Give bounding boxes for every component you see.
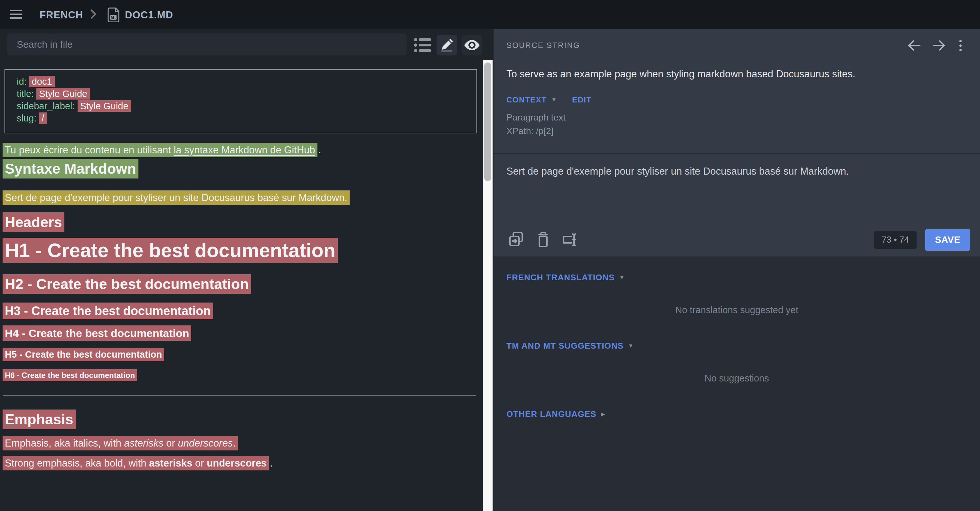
- select-text-button[interactable]: [562, 232, 578, 248]
- doc-paragraph-strong-emphasis: Strong emphasis, aka bold, with asterisk…: [3, 458, 478, 469]
- context-type: Paragraph text: [506, 111, 566, 125]
- more-options-icon[interactable]: [955, 38, 966, 53]
- chevron-down-icon: ▼: [628, 343, 633, 349]
- chevron-right-small-icon: ▶: [601, 411, 605, 418]
- document-content: Tu peux écrire du contenu en utilisant l…: [3, 144, 478, 469]
- svg-text:M↓: M↓: [111, 15, 116, 20]
- edit-context-link[interactable]: EDIT: [572, 95, 592, 104]
- doc-string[interactable]: Emphasis: [3, 409, 76, 429]
- doc-string[interactable]: Tu peux écrire du contenu en utilisant l…: [3, 143, 317, 157]
- menu-icon[interactable]: [10, 10, 22, 19]
- doc-string[interactable]: Emphasis, aka italics, with asterisks or…: [3, 436, 238, 450]
- delete-translation-button[interactable]: [535, 232, 551, 248]
- doc-paragraph-emphasis: Emphasis, aka italics, with asterisks or…: [3, 438, 478, 449]
- frontmatter-key: sidebar_label:: [17, 101, 78, 111]
- source-string-text: To serve as an example page when styling…: [506, 67, 967, 81]
- doc-string-trailing: .: [318, 144, 321, 156]
- frontmatter-key: slug:: [17, 113, 39, 123]
- document-pane: id: doc1title: Style Guidesidebar_label:…: [0, 29, 483, 511]
- text-cursor-icon: [562, 233, 578, 247]
- edit-mode-button[interactable]: [437, 35, 457, 56]
- markdown-file-icon: M↓: [108, 7, 120, 22]
- frontmatter-line: slug: /: [17, 112, 470, 125]
- pencil-icon: [440, 38, 453, 52]
- translations-empty-state: No translations suggested yet: [493, 305, 980, 315]
- list-icon: [414, 38, 431, 53]
- doc-string[interactable]: Headers: [3, 212, 64, 232]
- french-translations-toggle[interactable]: FRENCH TRANSLATIONS ▼: [506, 273, 625, 283]
- doc-string[interactable]: Syntaxe Markdown: [3, 159, 138, 179]
- copy-source-button[interactable]: [508, 232, 524, 248]
- doc-heading-h6: H6 - Create the best documentation: [3, 371, 478, 380]
- frontmatter-value-string[interactable]: doc1: [29, 76, 55, 87]
- frontmatter-block: id: doc1title: Style Guidesidebar_label:…: [5, 69, 477, 133]
- source-string-title: SOURCE STRING: [506, 41, 580, 50]
- arrow-left-icon: [907, 39, 921, 52]
- frontmatter-value-string[interactable]: /: [39, 112, 47, 124]
- character-counter: 73 • 74: [874, 231, 917, 249]
- suggestions-section: FRENCH TRANSLATIONS ▼ No translations su…: [493, 257, 980, 511]
- chevron-down-icon: ▼: [619, 275, 625, 281]
- context-xpath: XPath: /p[2]: [506, 125, 566, 138]
- doc-heading-h3: H3 - Create the best documentation: [3, 304, 478, 318]
- doc-heading-syntaxe-markdown: Syntaxe Markdown: [3, 160, 478, 177]
- breadcrumb-project[interactable]: FRENCH: [40, 10, 83, 21]
- tm-mt-suggestions-toggle[interactable]: TM AND MT SUGGESTIONS ▼: [506, 341, 633, 351]
- doc-heading-headers: Headers: [3, 214, 478, 231]
- doc-string[interactable]: H4 - Create the best documentation: [3, 326, 191, 341]
- context-toggle[interactable]: CONTEXT: [506, 95, 547, 104]
- doc-heading-h5: H5 - Create the best documentation: [3, 349, 478, 360]
- next-string-button[interactable]: [932, 38, 947, 53]
- doc-string[interactable]: Sert de page d'exemple pour styliser un …: [3, 190, 350, 205]
- frontmatter-value-string[interactable]: Style Guide: [37, 88, 90, 99]
- doc-string[interactable]: H2 - Create the best documentation: [3, 274, 251, 294]
- frontmatter-line: id: doc1: [17, 75, 470, 88]
- arrow-right-icon: [932, 39, 946, 52]
- frontmatter-line: sidebar_label: Style Guide: [17, 100, 470, 112]
- other-languages-toggle[interactable]: OTHER LANGUAGES ▶: [506, 409, 605, 419]
- search-input[interactable]: [7, 34, 407, 56]
- doc-heading-h4: H4 - Create the best documentation: [3, 327, 478, 340]
- context-info: Paragraph text XPath: /p[2]: [506, 111, 566, 138]
- source-string-card: SOURCE STRING To serve as an example pag…: [493, 29, 980, 257]
- chevron-right-icon: [88, 8, 99, 21]
- left-pane-scrollbar[interactable]: [483, 60, 493, 511]
- trash-icon: [537, 232, 549, 247]
- doc-string[interactable]: H5 - Create the best documentation: [3, 348, 164, 361]
- doc-string[interactable]: H6 - Create the best documentation: [3, 369, 137, 381]
- breadcrumb-file[interactable]: DOC1.MD: [125, 10, 173, 21]
- doc-divider: [3, 395, 476, 396]
- translation-toolbar: 73 • 74 SAVE: [508, 227, 970, 252]
- doc-heading-h1: H1 - Create the best documentation: [3, 239, 478, 262]
- copy-source-icon: [509, 232, 523, 248]
- doc-string-trailing: .: [270, 458, 273, 469]
- eye-icon: [464, 40, 480, 50]
- frontmatter-key: id:: [17, 77, 29, 87]
- tm-empty-state: No suggestions: [493, 373, 980, 384]
- source-translation-divider: [493, 153, 980, 154]
- translation-panel: SOURCE STRING To serve as an example pag…: [493, 29, 980, 511]
- previous-string-button[interactable]: [907, 38, 921, 53]
- top-bar: FRENCH M↓ DOC1.MD: [0, 0, 980, 29]
- scrollbar-thumb[interactable]: [484, 62, 491, 181]
- doc-string[interactable]: Strong emphasis, aka bold, with asterisk…: [3, 456, 269, 470]
- frontmatter-line: title: Style Guide: [17, 88, 470, 100]
- doc-string[interactable]: H1 - Create the best documentation: [3, 238, 338, 263]
- doc-heading-h2: H2 - Create the best documentation: [3, 276, 478, 292]
- doc-paragraph-intro: Tu peux écrire du contenu en utilisant l…: [3, 144, 478, 156]
- save-button[interactable]: SAVE: [925, 229, 970, 251]
- doc-heading-emphasis: Emphasis: [3, 411, 478, 428]
- translation-input[interactable]: Sert de page d'exemple pour styliser un …: [506, 164, 967, 179]
- doc-paragraph-selected-string: Sert de page d'exemple pour styliser un …: [3, 192, 478, 204]
- string-list-button[interactable]: [412, 35, 433, 56]
- frontmatter-value-string[interactable]: Style Guide: [78, 100, 131, 112]
- preview-mode-button[interactable]: [462, 35, 482, 56]
- document-preview: id: doc1title: Style Guidesidebar_label:…: [0, 67, 483, 511]
- doc-string[interactable]: H3 - Create the best documentation: [3, 303, 213, 319]
- frontmatter-key: title:: [17, 89, 37, 99]
- chevron-down-icon: ▼: [551, 97, 557, 103]
